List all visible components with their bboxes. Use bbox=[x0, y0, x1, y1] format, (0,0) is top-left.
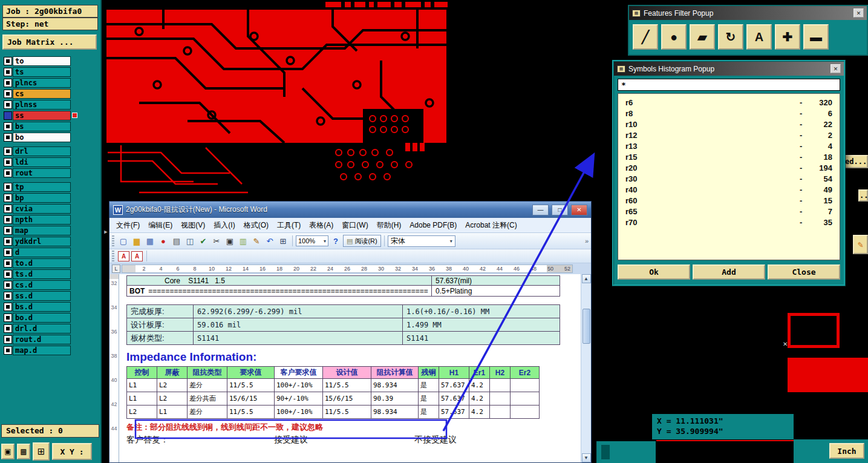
read-mode-button[interactable]: ▤ 阅读(R) bbox=[343, 235, 381, 247]
scrollbar-thumb[interactable] bbox=[582, 309, 590, 344]
menu-item[interactable]: 表格(A) bbox=[305, 218, 338, 232]
word-title-bar[interactable]: W 2g00kbifa0-阻抗设计(New) - Microsoft Word … bbox=[109, 202, 591, 218]
symbol-histogram-row[interactable]: r6 - 320 bbox=[625, 98, 832, 109]
tab-selector-icon[interactable]: L bbox=[112, 264, 120, 273]
layer-name-label[interactable]: ss bbox=[13, 111, 71, 120]
layer-visibility-checkbox[interactable] bbox=[4, 68, 12, 76]
symbol-histogram-row[interactable]: r30 - 54 bbox=[625, 174, 832, 185]
arc-tool-icon[interactable]: ↻ bbox=[718, 24, 743, 50]
help-icon[interactable]: ? bbox=[330, 235, 342, 247]
stackup-bot-thickness-cell[interactable]: 0.5+Plating bbox=[432, 286, 560, 297]
symbol-histogram-row[interactable]: r70 - 35 bbox=[625, 218, 832, 229]
layer-visibility-checkbox[interactable] bbox=[4, 158, 12, 166]
layer-visibility-checkbox[interactable] bbox=[4, 111, 12, 120]
units-button[interactable]: Inch bbox=[829, 443, 864, 459]
symbol-histogram-row[interactable]: r20 - 194 bbox=[625, 163, 832, 174]
layer-visibility-checkbox[interactable] bbox=[4, 248, 12, 257]
layer-row[interactable]: cs bbox=[4, 88, 100, 99]
layer-visibility-checkbox[interactable] bbox=[4, 335, 12, 344]
layer-name-label[interactable]: to bbox=[13, 56, 71, 66]
layer-row[interactable]: map.d bbox=[4, 345, 100, 355]
layer-name-label[interactable]: npth bbox=[13, 215, 71, 225]
save-icon[interactable]: ▦ bbox=[144, 235, 156, 247]
layer-visibility-checkbox[interactable] bbox=[4, 226, 12, 235]
layer-visibility-checkbox[interactable] bbox=[4, 183, 12, 191]
undo-icon[interactable]: ↶ bbox=[264, 235, 276, 247]
spelling-icon[interactable]: ✔ bbox=[197, 235, 209, 247]
layer-visibility-checkbox[interactable] bbox=[4, 147, 12, 156]
layer-row[interactable]: plncs bbox=[4, 77, 100, 88]
negative-tool-icon[interactable]: ▬ bbox=[803, 24, 829, 50]
layer-row[interactable]: ts bbox=[4, 67, 100, 77]
menu-item[interactable]: 窗口(W) bbox=[338, 218, 372, 232]
close-button[interactable]: Close bbox=[768, 264, 840, 280]
symbol-histogram-row[interactable]: r15 - 18 bbox=[625, 153, 832, 163]
obscured-button[interactable]: ed... bbox=[844, 155, 868, 168]
layer-row[interactable]: to.d bbox=[4, 258, 100, 268]
layer-row[interactable]: d bbox=[4, 247, 100, 257]
features-filter-title-bar[interactable]: ▦ Features Filter Popup ✕ bbox=[629, 6, 867, 20]
zoom-combo[interactable]: 100% ▾ bbox=[296, 235, 328, 246]
layer-name-label[interactable]: ldi bbox=[13, 157, 71, 167]
obscured-tool-icon[interactable]: ✎ bbox=[853, 235, 868, 254]
ok-button[interactable]: Ok bbox=[618, 264, 690, 280]
symbol-histogram-row[interactable]: r8 - 6 bbox=[625, 109, 832, 120]
layer-row[interactable]: tp bbox=[4, 182, 100, 192]
layer-visibility-checkbox[interactable] bbox=[4, 205, 12, 213]
paste-icon[interactable]: ▥ bbox=[237, 235, 249, 247]
layer-row[interactable]: cvia bbox=[4, 203, 100, 214]
stackup-bot-cell[interactable]: BOT ====================================… bbox=[127, 286, 432, 297]
pan-view-icon[interactable]: ▣ bbox=[1, 444, 15, 459]
accept-suggestion-label[interactable]: 接受建议 bbox=[274, 435, 308, 445]
layer-row[interactable]: bp bbox=[4, 192, 100, 203]
layer-name-label[interactable]: to.d bbox=[13, 258, 71, 268]
layer-visibility-checkbox[interactable] bbox=[4, 324, 12, 333]
copy-icon[interactable]: ▣ bbox=[224, 235, 236, 247]
new-document-icon[interactable]: ▢ bbox=[117, 235, 129, 247]
menu-item[interactable]: 插入(I) bbox=[209, 218, 239, 232]
layer-row[interactable]: cs.d bbox=[4, 280, 100, 290]
toolbar-drag-handle[interactable] bbox=[112, 235, 114, 246]
vertical-scrollbar[interactable]: ▲ ▼ bbox=[581, 274, 591, 462]
font-name-combo[interactable]: 宋体 ▾ bbox=[388, 235, 455, 247]
vertical-ruler[interactable]: 32343638404244 bbox=[109, 274, 119, 462]
close-icon[interactable]: ✕ bbox=[853, 8, 864, 18]
layer-visibility-checkbox[interactable] bbox=[4, 292, 12, 300]
layer-name-label[interactable]: rout bbox=[13, 168, 71, 178]
layer-name-label[interactable]: d bbox=[13, 248, 71, 257]
symbol-histogram-row[interactable]: r12 - 2 bbox=[625, 131, 832, 142]
minimize-button[interactable]: — bbox=[532, 205, 549, 215]
layer-name-label[interactable]: cs bbox=[13, 89, 71, 99]
layer-visibility-checkbox[interactable] bbox=[4, 122, 12, 131]
layer-row[interactable]: rout bbox=[4, 168, 100, 178]
layer-visibility-checkbox[interactable] bbox=[4, 57, 12, 65]
symbol-histogram-row[interactable]: r10 - 22 bbox=[625, 120, 832, 131]
menu-item[interactable]: 格式(O) bbox=[240, 218, 273, 232]
layer-row[interactable]: drl bbox=[4, 146, 100, 156]
scroll-up-icon[interactable]: ▲ bbox=[582, 274, 591, 283]
format-painter-icon[interactable]: ✎ bbox=[250, 235, 263, 247]
layer-name-label[interactable]: map bbox=[13, 226, 71, 235]
impedance-data-row[interactable]: L2 L1 差分 11/5.5 100+/-10% 11/5.5 98.934 … bbox=[127, 406, 540, 419]
layer-name-label[interactable]: bs bbox=[13, 122, 71, 131]
board-info-row[interactable]: 设计板厚: 59.016 mil 1.499 MM bbox=[127, 318, 560, 332]
layer-row[interactable]: rout.d bbox=[4, 334, 100, 344]
line-tool-icon[interactable]: ╱ bbox=[633, 24, 658, 50]
impedance-data-row[interactable]: L1 L2 差分共面 15/6/15 90+/-10% 15/6/15 90.3… bbox=[127, 392, 540, 406]
layer-name-label[interactable]: map.d bbox=[13, 346, 71, 355]
layer-row[interactable]: ldi bbox=[4, 157, 100, 167]
text-tool-icon[interactable]: A bbox=[746, 24, 772, 50]
xy-coordinate-button[interactable]: X Y : bbox=[52, 443, 92, 460]
print-icon[interactable]: ▤ bbox=[171, 235, 183, 247]
stackup-core-thickness-cell[interactable]: 57.637(mil) bbox=[432, 276, 560, 286]
maximize-button[interactable]: □ bbox=[552, 205, 568, 215]
layer-row[interactable]: npth bbox=[4, 214, 100, 225]
zoom-view-icon[interactable]: ▩ bbox=[17, 444, 30, 459]
stackup-core-cell[interactable]: Core S1141 1.5 bbox=[127, 276, 432, 286]
layer-row[interactable]: plnss bbox=[4, 99, 100, 110]
layer-row[interactable]: bo bbox=[4, 132, 100, 142]
menu-item[interactable]: Adobe PDF(B) bbox=[405, 219, 461, 231]
board-info-row[interactable]: 完成板厚: 62.992(6.299/-6.299) mil 1.6(+0.16… bbox=[127, 305, 560, 318]
layer-name-label[interactable]: drl.d bbox=[13, 324, 71, 333]
layer-name-label[interactable]: bo bbox=[13, 133, 71, 142]
